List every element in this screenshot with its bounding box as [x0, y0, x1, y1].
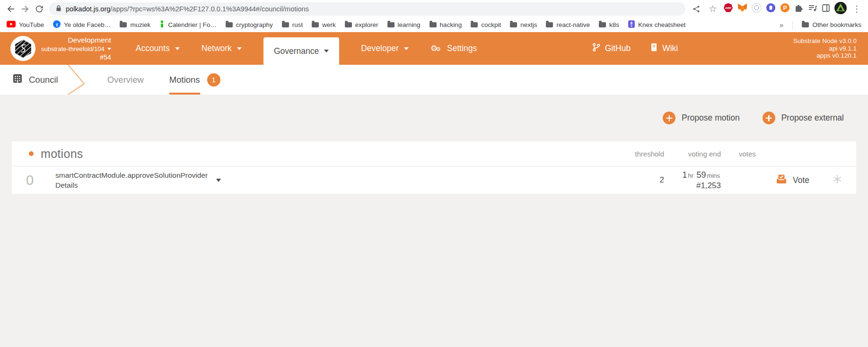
adblock-extension-icon[interactable]: ABP	[723, 3, 733, 15]
metamask-extension-icon[interactable]	[737, 3, 747, 14]
folder-icon	[546, 22, 553, 27]
playlist-icon[interactable]	[808, 4, 817, 14]
lock-icon	[56, 5, 61, 13]
api-version: api v9.1.1	[793, 45, 857, 52]
bookmark-item[interactable]: cryptography	[226, 21, 273, 28]
facebook-icon: f	[53, 20, 61, 29]
share-icon[interactable]	[690, 2, 702, 16]
profile-avatar[interactable]	[834, 2, 847, 16]
motions-icon	[29, 151, 34, 156]
folder-icon	[345, 22, 352, 27]
bookmark-item[interactable]: Knex cheatsheet	[628, 20, 686, 29]
bookmarks-overflow-icon[interactable]: »	[780, 21, 783, 29]
folder-icon	[471, 22, 478, 27]
address-bar[interactable]: polkadot.js.org/apps/?rpc=ws%3A%2F%2F127…	[49, 2, 685, 16]
url-path: /apps/?rpc=ws%3A%2F%2F127.0.0.1%3A9944#/…	[110, 5, 309, 13]
gear-icon: ⚙⚙	[430, 44, 439, 52]
bookmark-item[interactable]: rust	[282, 21, 303, 28]
app-header: Development substrate-threefold/104 #54 …	[0, 32, 868, 65]
propose-external-button[interactable]: Propose external	[763, 112, 844, 124]
version-info: Substrate Node v3.0.0 api v9.1.1 apps v0…	[793, 37, 857, 60]
section-separator	[65, 65, 88, 95]
chevron-down-icon	[175, 47, 180, 50]
bookmark-item[interactable]: k8s	[599, 21, 619, 28]
motions-table: motions threshold voting end votes 0 sma…	[12, 141, 856, 194]
side-panel-icon[interactable]	[822, 4, 830, 14]
menu-dots-icon[interactable]: ⋮	[851, 2, 862, 16]
vote-button[interactable]: Vote	[764, 174, 818, 186]
folder-icon	[599, 22, 606, 27]
table-title: motions	[41, 147, 83, 161]
tab-motions[interactable]: Motions	[169, 65, 200, 95]
puzzle-extensions-icon[interactable]	[794, 3, 804, 15]
reload-icon[interactable]	[32, 2, 46, 16]
svg-text:ABP: ABP	[725, 6, 731, 9]
bookmark-item[interactable]: Calendrier | Fo…	[159, 20, 217, 29]
motion-end-block: #1,253	[664, 181, 721, 191]
youtube-icon	[7, 21, 16, 29]
bookmark-item[interactable]: cockpit	[471, 21, 501, 28]
network-endpoint: substrate-threefold/104	[41, 46, 105, 52]
nav-governance[interactable]: Governance	[263, 37, 339, 65]
expand-caret-icon[interactable]	[216, 179, 221, 182]
motion-details-toggle[interactable]: Details	[55, 180, 208, 190]
bookmark-item[interactable]: react-native	[546, 21, 590, 28]
bookmark-item[interactable]: nextjs	[510, 21, 537, 28]
chevron-down-icon	[107, 48, 111, 50]
chevron-down-icon	[324, 50, 329, 52]
github-link[interactable]: GitHub	[592, 43, 631, 54]
substrate-logo[interactable]	[10, 36, 35, 61]
url-host: polkadot.js.org	[66, 5, 110, 13]
folder-icon	[282, 22, 289, 27]
bookmarks-bar: YouTube f Ye olde Faceb… muziek Calendri…	[0, 17, 868, 32]
motions-count-badge: 1	[207, 73, 220, 87]
wiki-link[interactable]: Wiki	[650, 43, 678, 54]
column-votes: votes	[721, 150, 764, 158]
tab-overview[interactable]: Overview	[107, 65, 144, 95]
bookmark-star-icon[interactable]: ☆	[707, 2, 719, 16]
nav-settings[interactable]: ⚙⚙ Settings	[430, 43, 477, 53]
git-branch-icon	[592, 43, 600, 54]
column-threshold: threshold	[615, 150, 664, 158]
plus-icon	[763, 112, 775, 124]
nav-developer[interactable]: Developer	[361, 43, 409, 53]
apps-version: apps v0.120.1	[793, 52, 857, 60]
round-extension-icon[interactable]	[752, 3, 762, 15]
propose-motion-button[interactable]: Propose motion	[663, 112, 740, 124]
content-area: Propose motion Propose external motions …	[0, 95, 868, 347]
motion-proposal: smartContractModule.approveSolutionProvi…	[55, 170, 208, 180]
network-picker[interactable]: Development substrate-threefold/104 #54	[41, 36, 111, 61]
ballot-box-icon	[776, 174, 787, 186]
bookmark-item[interactable]: hacking	[430, 21, 462, 28]
folder-icon	[510, 22, 517, 27]
section-title: Council	[29, 75, 58, 85]
book-icon	[650, 43, 658, 54]
column-voting-end: voting end	[664, 150, 721, 158]
svg-text:P: P	[783, 5, 787, 11]
pocket-extension-icon[interactable]: P	[780, 3, 790, 15]
bookmark-item[interactable]: f Ye olde Faceb…	[53, 20, 111, 29]
bookmark-item[interactable]: muziek	[120, 21, 150, 28]
node-version: Substrate Node v3.0.0	[793, 37, 857, 45]
table-header: motions threshold voting end votes	[12, 141, 856, 166]
forward-icon[interactable]	[18, 2, 32, 16]
svg-text:f: f	[56, 22, 58, 27]
bookmark-item[interactable]: werk	[312, 21, 336, 28]
best-block-number: #54	[41, 54, 111, 61]
knex-icon	[628, 20, 635, 29]
plus-icon	[663, 112, 675, 124]
chevron-down-icon	[404, 47, 409, 50]
nav-accounts[interactable]: Accounts	[136, 43, 180, 53]
back-icon[interactable]	[4, 2, 18, 16]
other-bookmarks[interactable]: Other bookmarks	[802, 21, 861, 28]
bookmark-item[interactable]: YouTube	[7, 21, 44, 29]
motion-index: 0	[26, 173, 46, 188]
folder-icon	[120, 22, 127, 27]
actions-row: Propose motion Propose external	[0, 95, 868, 124]
purple-extension-icon[interactable]	[766, 3, 776, 15]
chevron-down-icon	[237, 47, 242, 50]
bookmark-item[interactable]: learning	[387, 21, 421, 28]
motion-threshold: 2	[615, 175, 664, 185]
bookmark-item[interactable]: explorer	[345, 21, 378, 28]
nav-network[interactable]: Network	[202, 43, 242, 53]
